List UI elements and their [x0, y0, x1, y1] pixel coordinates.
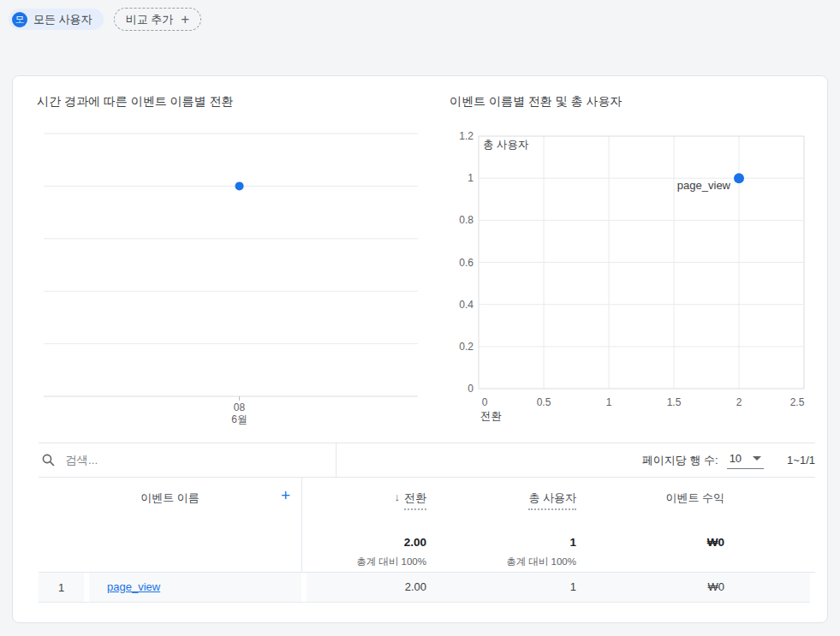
audience-bar: 모 모든 사용자 비교 추가 + [9, 8, 201, 31]
cell-divider [84, 573, 89, 602]
event-revenue-header-label: 이벤트 수익 [665, 490, 724, 506]
table-header: 이벤트 이름 + ↓ 전환 총 사용자 이벤트 수익 2.00 1 ₩0 총계 … [39, 478, 815, 573]
column-header-event-name[interactable]: 이벤트 이름 [39, 490, 301, 506]
table-toolbar: 페이지당 행 수: 10 1~1/1 [39, 443, 815, 478]
x-tick-label: 0 [482, 396, 488, 408]
plus-icon: + [181, 12, 189, 27]
scatter-data-point[interactable] [734, 173, 744, 183]
chevron-down-icon [753, 456, 761, 461]
x-tick-label: 1.5 [667, 396, 682, 408]
column-header-conversions[interactable]: ↓ 전환 [395, 490, 427, 510]
event-name-link[interactable]: page_view [107, 580, 160, 593]
totals-conversions: 2.00 [404, 536, 426, 549]
charts-canvas: 086월00.511.522.500.20.40.60.811.2총 사용자전환… [13, 76, 829, 436]
y-tick-label: 1 [468, 172, 474, 184]
audience-chip-label: 모든 사용자 [33, 12, 92, 27]
column-divider [301, 478, 302, 573]
y-tick-label: 0.6 [459, 257, 474, 269]
y-tick-label: 0.8 [459, 214, 474, 226]
totals-users: 1 [569, 536, 576, 549]
y-tick-label: 0.2 [459, 341, 474, 353]
audience-icon: 모 [12, 12, 27, 27]
pagination-range: 1~1/1 [787, 454, 815, 467]
cell-divider [301, 573, 307, 602]
totals-conversions-subtext: 총계 대비 100% [356, 556, 426, 568]
x-tick-label: 2 [736, 396, 742, 408]
scatter-point-label: page_view [677, 179, 731, 192]
totals-revenue: ₩0 [707, 536, 724, 549]
x-tick-label: 2.5 [790, 396, 805, 408]
table-row: 1 page_view 2.00 1 ₩0 [39, 573, 810, 603]
search-input[interactable] [63, 453, 281, 467]
row-users: 1 [570, 580, 576, 593]
rows-per-page-select[interactable]: 10 [727, 452, 764, 469]
row-index: 1 [39, 573, 84, 602]
column-header-event-revenue[interactable]: 이벤트 수익 [665, 490, 724, 506]
add-column-icon[interactable]: + [281, 487, 290, 503]
add-comparison-label: 비교 추가 [126, 12, 174, 27]
pagination-bar: 페이지당 행 수: 10 1~1/1 [337, 443, 815, 477]
y-tick-label: 0.4 [459, 299, 474, 311]
audience-chip[interactable]: 모 모든 사용자 [9, 9, 104, 30]
report-card: 시간 경과에 따른 이벤트 이름별 전환 이벤트 이름별 전환 및 총 사용자 … [12, 75, 828, 623]
total-users-header-label: 총 사용자 [528, 490, 576, 510]
row-conversions: 2.00 [405, 580, 426, 593]
x-axis-title: 전환 [480, 410, 502, 422]
row-revenue: ₩0 [708, 580, 725, 593]
rows-per-page-value: 10 [730, 452, 742, 465]
add-comparison-chip[interactable]: 비교 추가 + [114, 8, 202, 31]
y-tick-label: 1.2 [459, 130, 474, 142]
x-tick-label: 0.5 [537, 396, 551, 408]
y-tick-label: 0 [468, 383, 474, 395]
y-axis-title: 총 사용자 [483, 139, 529, 151]
rows-per-page-label: 페이지당 행 수: [642, 453, 718, 468]
sort-desc-icon: ↓ [395, 490, 401, 503]
x-tick-label: 08 [234, 401, 246, 413]
search-box[interactable] [39, 443, 336, 477]
x-tick-label: 1 [606, 396, 612, 408]
conversions-header-label: 전환 [404, 490, 426, 510]
x-tick-label: 6월 [231, 413, 247, 425]
search-icon [42, 454, 55, 467]
column-header-total-users[interactable]: 총 사용자 [528, 490, 576, 510]
totals-users-subtext: 총계 대비 100% [506, 556, 576, 568]
left-chart-data-point[interactable] [235, 181, 244, 190]
